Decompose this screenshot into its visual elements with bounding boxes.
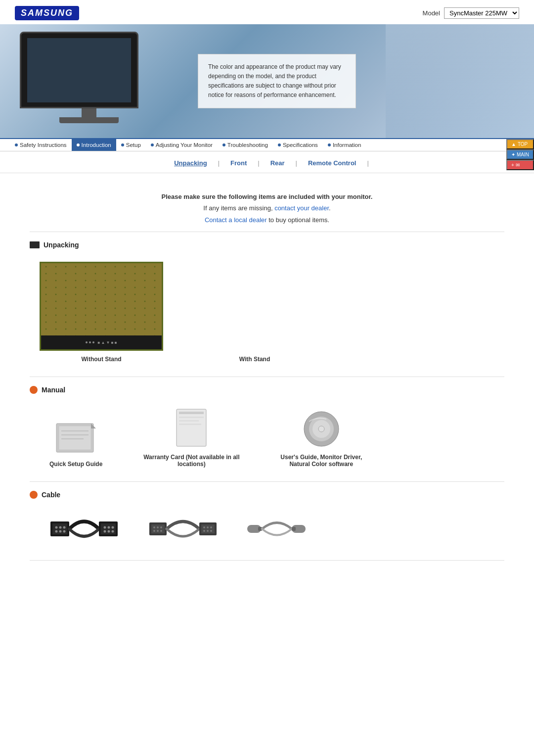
svg-point-24 <box>59 530 62 533</box>
section-header-manual: Manual <box>30 386 504 394</box>
main-button[interactable]: ✦ MAIN <box>506 149 534 160</box>
notice-line1: Please make sure the following items are… <box>162 193 373 200</box>
svg-rect-4 <box>59 426 91 450</box>
svg-point-39 <box>153 530 155 532</box>
dvi-cable-icon <box>148 512 218 546</box>
item-dvi-cable <box>148 512 218 546</box>
nav-dot-information <box>328 143 331 146</box>
nav-label-information: Information <box>333 142 361 148</box>
nav-label-introduction: Introduction <box>82 142 111 148</box>
svg-point-29 <box>108 526 110 529</box>
with-stand-label: With Stand <box>239 356 270 363</box>
nav-item-setup[interactable]: Setup <box>116 139 146 151</box>
manual-section-icon <box>30 386 38 394</box>
header: SAMSUNG Model SyncMaster 225MW <box>0 0 534 24</box>
sub-nav-sep-1: | <box>217 157 221 169</box>
sub-nav: Unpacking | Front | Rear | Remote Contro… <box>0 151 534 173</box>
section-header-unpacking: Unpacking <box>30 241 504 249</box>
model-selector: Model SyncMaster 225MW <box>423 7 519 19</box>
hero-decoration <box>386 24 534 138</box>
item-with-stand: With Stand <box>193 262 316 363</box>
svg-point-21 <box>59 526 62 529</box>
nav-dot-specifications <box>278 143 281 146</box>
hero-banner: The color and appearance of the product … <box>0 24 534 138</box>
notice-block: Please make sure the following items are… <box>30 183 504 232</box>
svg-point-49 <box>210 530 212 532</box>
warranty-card-icon <box>174 407 209 449</box>
sub-nav-unpacking[interactable]: Unpacking <box>164 157 217 169</box>
section-manual: Manual Quick Setup Guide <box>30 377 504 482</box>
nav-bar-inner: Safety Instructions Introduction Setup A… <box>10 139 524 151</box>
monitor-control-dots <box>86 341 94 343</box>
nav-item-introduction[interactable]: Introduction <box>72 139 116 151</box>
item-warranty: Warranty Card (Not available in all loca… <box>142 407 241 468</box>
cable-section-icon <box>30 491 38 499</box>
svg-point-33 <box>112 530 114 533</box>
svg-point-31 <box>104 530 106 533</box>
nav-dot-troubleshooting <box>222 143 225 146</box>
nav-item-adjusting[interactable]: Adjusting Your Monitor <box>146 139 218 151</box>
samsung-logo: SAMSUNG <box>15 6 79 20</box>
nav-item-information[interactable]: Information <box>323 139 366 151</box>
quick-setup-label: Quick Setup Guide <box>49 461 102 468</box>
model-dropdown[interactable]: SyncMaster 225MW <box>444 7 519 19</box>
main-content: Please make sure the following items are… <box>0 173 534 570</box>
audio-cable-icon <box>247 514 307 544</box>
manual-images: Quick Setup Guide Warranty Card (Not ava… <box>30 402 504 472</box>
svg-point-25 <box>63 530 66 533</box>
svg-rect-19 <box>52 523 67 534</box>
hero-description: The color and appearance of the product … <box>198 54 356 109</box>
notice-link-local[interactable]: Contact a local dealer <box>205 216 267 224</box>
hero-monitor-image <box>20 32 158 131</box>
svg-point-47 <box>203 530 205 532</box>
svg-point-30 <box>112 526 114 529</box>
sub-nav-sep-3: | <box>295 157 298 169</box>
svg-point-36 <box>153 526 155 528</box>
monitor-bottom-controls: ■ ▲ ▼ ■ ■ <box>41 335 162 349</box>
item-quick-setup: Quick Setup Guide <box>49 421 102 468</box>
svg-rect-12 <box>179 420 199 422</box>
with-stand-image-placeholder <box>193 262 316 351</box>
nav-dot-introduction <box>77 143 80 146</box>
item-power-cable <box>49 512 119 546</box>
svg-point-48 <box>207 530 209 532</box>
svg-point-20 <box>55 526 58 529</box>
section-title-manual: Manual <box>42 386 65 394</box>
svg-point-22 <box>63 526 66 529</box>
notice-line2-suffix: . <box>329 204 331 212</box>
svg-rect-35 <box>151 524 165 533</box>
notice-link-dealer[interactable]: contact your dealer <box>274 204 329 212</box>
nav-label-specifications: Specifications <box>283 142 318 148</box>
notice-line2-prefix: If any items are missing, <box>203 204 272 212</box>
svg-point-28 <box>104 526 106 529</box>
nav-item-troubleshooting[interactable]: Troubleshooting <box>218 139 273 151</box>
add-button[interactable]: + ✉ <box>506 160 534 170</box>
sub-nav-front[interactable]: Front <box>221 157 257 169</box>
svg-rect-9 <box>177 409 206 446</box>
monitor-without-stand-image: ■ ▲ ▼ ■ ■ <box>40 262 163 351</box>
nav-item-safety[interactable]: Safety Instructions <box>10 139 72 151</box>
section-cable: Cable <box>30 482 504 561</box>
nav-label-adjusting: Adjusting Your Monitor <box>156 142 213 148</box>
sub-nav-rear[interactable]: Rear <box>261 157 295 169</box>
nav-dot-safety <box>15 143 18 146</box>
svg-point-46 <box>210 526 212 528</box>
top-button[interactable]: ▲ TOP <box>506 139 534 149</box>
svg-rect-13 <box>179 424 201 425</box>
warranty-label: Warranty Card (Not available in all loca… <box>142 454 241 468</box>
section-title-unpacking: Unpacking <box>44 241 79 249</box>
nav-item-specifications[interactable]: Specifications <box>273 139 323 151</box>
without-stand-label: Without Stand <box>81 356 121 363</box>
item-without-stand: ■ ▲ ▼ ■ ■ Without Stand <box>40 262 163 363</box>
side-buttons: ▲ TOP ✦ MAIN + ✉ <box>506 139 534 170</box>
svg-rect-27 <box>101 523 116 534</box>
section-title-cable: Cable <box>42 491 60 499</box>
svg-point-23 <box>55 530 58 533</box>
nav-dot-adjusting <box>151 143 154 146</box>
nav-dot-setup <box>121 143 124 146</box>
sub-nav-remote[interactable]: Remote Control <box>298 157 366 169</box>
nav-label-setup: Setup <box>126 142 141 148</box>
svg-rect-11 <box>179 417 204 418</box>
item-users-guide: User's Guide, Monitor Driver,Natural Col… <box>280 409 362 468</box>
svg-point-37 <box>157 526 159 528</box>
